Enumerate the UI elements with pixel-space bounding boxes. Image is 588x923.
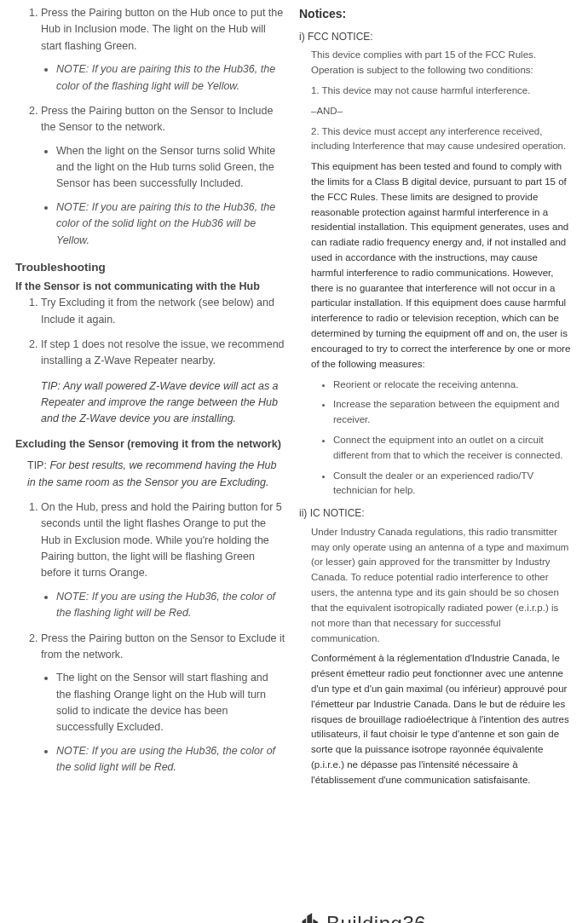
step-1: Press the Pairing button on the Hub once… (41, 5, 285, 95)
step-2-bullet-1: When the light on the Sensor turns solid… (56, 143, 285, 193)
exclude-step-2-bullet-1: The light on the Sensor will start flash… (56, 670, 285, 736)
exclude-step-2: Press the Pairing button on the Sensor t… (41, 631, 285, 776)
step-2-note: NOTE: If you are pairing this to the Hub… (56, 199, 285, 249)
trouble-step-1: Try Excluding it from the network (see b… (41, 295, 285, 328)
measure-3: Connect the equipment into an outlet on … (333, 433, 571, 464)
measure-2: Increase the separation between the equi… (333, 397, 571, 428)
fcc-notice-body: This device complies with part 15 of the… (299, 48, 571, 499)
building-icon (299, 911, 323, 923)
ic-notice-body: Under Industry Canada regulations, this … (299, 525, 571, 788)
fcc-p4: This equipment has been tested and found… (311, 159, 571, 372)
troubleshooting-subheading: If the Sensor is not communicating with … (15, 279, 285, 295)
ic-p1: Under Industry Canada regulations, this … (311, 525, 571, 647)
ic-p2: Conformément à la réglementation d'Indus… (311, 651, 571, 787)
exclude-step-2-text: Press the Pairing button on the Sensor t… (41, 632, 285, 661)
excluding-tip-label: TIP: (27, 459, 47, 471)
logo: Building36 (299, 908, 571, 923)
step-2: Press the Pairing button on the Sensor t… (41, 103, 285, 249)
trouble-step-2: If step 1 does not resolve the issue, we… (41, 337, 285, 370)
left-column: Press the Pairing button on the Hub once… (0, 0, 294, 923)
fcc-notice-heading: i) FCC NOTICE: (299, 29, 571, 45)
excluding-tip-text: For best results, we recommend having th… (27, 459, 277, 487)
excluding-steps: On the Hub, press and hold the Pairing b… (15, 499, 285, 776)
measure-1: Reorient or relocate the receiving anten… (333, 378, 571, 393)
right-column: Notices: i) FCC NOTICE: This device comp… (294, 0, 588, 923)
notices-heading: Notices: (299, 5, 571, 24)
troubleshooting-heading: Troubleshooting (15, 259, 285, 277)
exclude-step-2-note: NOTE: If you are using the Hub36, the co… (56, 743, 285, 776)
inclusion-steps: Press the Pairing button on the Hub once… (15, 5, 285, 249)
ic-notice-heading: ii) IC NOTICE: (299, 505, 571, 522)
excluding-heading: Excluding the Sensor (removing it from t… (15, 436, 285, 453)
fcc-p3: 2. This device must accept any interfere… (311, 124, 571, 155)
exclude-step-1-note: NOTE: If you are using the Hub36, the co… (56, 589, 285, 622)
exclude-step-1-text: On the Hub, press and hold the Pairing b… (41, 501, 282, 580)
fcc-p1: This device complies with part 15 of the… (311, 48, 571, 78)
repeater-tip: TIP: Any wall powered Z-Wave device will… (41, 378, 285, 428)
fcc-and: –AND– (311, 104, 571, 119)
step-1-text: Press the Pairing button on the Hub once… (41, 7, 283, 52)
step-1-note: NOTE: If you are pairing this to the Hub… (56, 61, 285, 95)
measure-4: Consult the dealer or an experienced rad… (333, 469, 571, 499)
fcc-p2: 1. This device may not cause harmful int… (311, 84, 571, 99)
footer: Building36 www.building36.com Copyright … (299, 908, 571, 923)
fcc-measures: Reorient or relocate the receiving anten… (311, 378, 571, 499)
step-2-text: Press the Pairing button on the Sensor t… (41, 105, 273, 133)
logo-text: Building36 (326, 908, 426, 923)
troubleshooting-steps: Try Excluding it from the network (see b… (15, 295, 285, 370)
exclude-step-1: On the Hub, press and hold the Pairing b… (41, 499, 285, 622)
excluding-tip: TIP: For best results, we recommend havi… (27, 458, 285, 491)
